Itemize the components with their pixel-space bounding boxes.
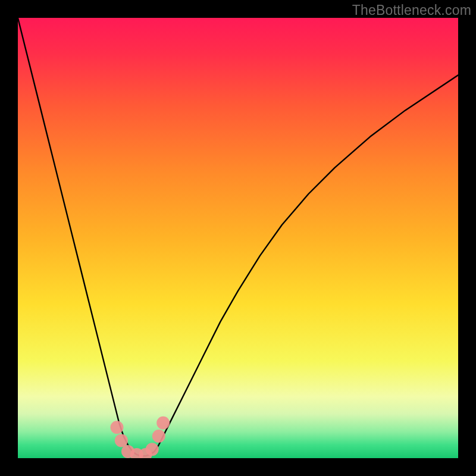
- curve-marker: [111, 421, 124, 434]
- curve-marker: [146, 443, 159, 456]
- curve-marker: [152, 430, 165, 443]
- curve-marker: [115, 434, 128, 447]
- watermark-text: TheBottleneck.com: [352, 2, 471, 18]
- chart-frame: TheBottleneck.com: [0, 0, 476, 476]
- bottleneck-chart: [18, 18, 458, 458]
- curve-marker: [156, 416, 170, 430]
- chart-background: [18, 18, 458, 458]
